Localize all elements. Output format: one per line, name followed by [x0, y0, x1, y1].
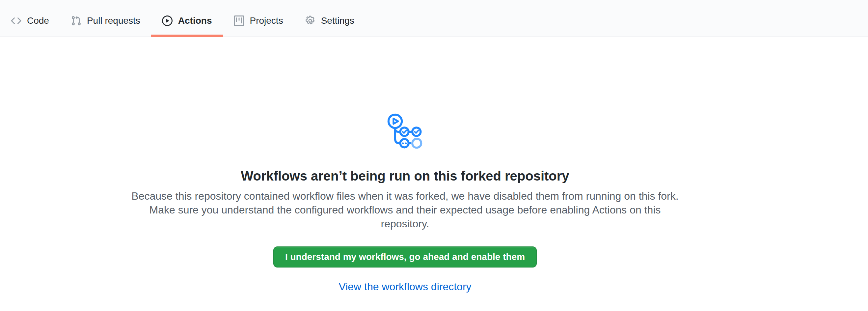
- play-circle-icon: [162, 15, 173, 26]
- active-tab-indicator: [151, 35, 223, 37]
- workflow-graph-icon: [385, 111, 425, 152]
- actions-disabled-blankslate: Workflows aren’t being run on this forke…: [0, 37, 810, 293]
- project-board-icon: [234, 15, 244, 26]
- tab-actions-label: Actions: [178, 15, 212, 26]
- page-title: Workflows aren’t being run on this forke…: [0, 167, 810, 185]
- code-icon: [11, 15, 22, 26]
- tab-projects-label: Projects: [250, 15, 283, 26]
- tab-projects[interactable]: Projects: [223, 0, 294, 37]
- tab-pull-requests-label: Pull requests: [87, 15, 140, 26]
- tab-settings-label: Settings: [321, 15, 354, 26]
- enable-workflows-button[interactable]: I understand my workflows, go ahead and …: [273, 246, 537, 268]
- tab-code[interactable]: Code: [0, 0, 60, 37]
- tab-actions[interactable]: Actions: [151, 0, 223, 37]
- repo-tab-nav: Code Pull requests Actions Projects Sett…: [0, 0, 868, 37]
- view-workflows-directory-link[interactable]: View the workflows directory: [0, 280, 810, 293]
- tab-settings[interactable]: Settings: [294, 0, 365, 37]
- tab-pull-requests[interactable]: Pull requests: [60, 0, 151, 37]
- git-pull-request-icon: [71, 15, 81, 26]
- blankslate-description: Because this repository contained workfl…: [128, 189, 682, 230]
- gear-icon: [305, 15, 315, 26]
- tab-code-label: Code: [27, 15, 49, 26]
